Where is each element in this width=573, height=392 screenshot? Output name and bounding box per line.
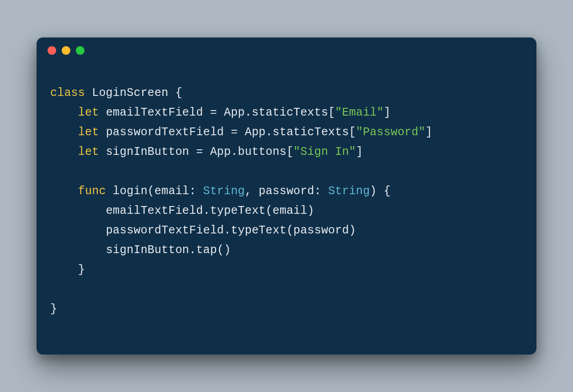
- type-string: String: [328, 185, 370, 198]
- comma: ,: [245, 185, 252, 198]
- close-paren: ): [308, 204, 314, 217]
- equals-sign: =: [231, 126, 238, 139]
- equals-sign: =: [210, 106, 217, 119]
- identifier-App: App: [210, 145, 231, 159]
- param-password: password: [259, 185, 314, 198]
- close-paren: ): [224, 244, 231, 257]
- var-signInButton: signInButton: [106, 244, 189, 257]
- identifier-buttons: buttons: [238, 145, 286, 159]
- method-typeText: typeText: [210, 204, 266, 217]
- close-brace: }: [78, 263, 85, 276]
- close-bracket: ]: [384, 106, 391, 119]
- string-email: "Email": [335, 106, 383, 119]
- var-passwordTextField: passwordTextField: [106, 126, 224, 139]
- dot-operator: .: [245, 106, 252, 119]
- arg-email: email: [273, 204, 308, 217]
- identifier-staticTexts: staticTexts: [252, 106, 328, 119]
- open-brace: {: [175, 86, 182, 100]
- open-paren: (: [148, 185, 154, 198]
- keyword-let: let: [78, 145, 99, 159]
- arg-password: password: [293, 224, 349, 237]
- colon: :: [189, 185, 196, 198]
- equals-sign: =: [196, 145, 203, 159]
- class-name: LoginScreen: [92, 86, 168, 100]
- var-signInButton: signInButton: [106, 145, 189, 159]
- close-paren: ): [349, 224, 356, 237]
- method-typeText: typeText: [231, 224, 286, 237]
- method-tap: tap: [196, 244, 217, 257]
- zoom-icon[interactable]: [76, 46, 85, 55]
- string-password: "Password": [356, 126, 425, 139]
- close-paren: ): [370, 185, 377, 198]
- identifier-App: App: [224, 106, 245, 119]
- keyword-func: func: [78, 185, 106, 198]
- open-bracket: [: [328, 106, 335, 119]
- dot-operator: .: [231, 145, 238, 159]
- open-paren: (: [217, 244, 224, 257]
- keyword-let: let: [78, 126, 99, 139]
- identifier-staticTexts: staticTexts: [273, 126, 349, 139]
- open-brace: {: [384, 185, 391, 198]
- keyword-class: class: [50, 86, 85, 100]
- open-paren: (: [265, 204, 272, 217]
- func-login: login: [113, 185, 148, 198]
- dot-operator: .: [265, 126, 272, 139]
- keyword-let: let: [78, 106, 99, 119]
- minimize-icon[interactable]: [62, 46, 70, 55]
- close-icon[interactable]: [48, 46, 56, 55]
- var-emailTextField: emailTextField: [106, 204, 203, 217]
- close-bracket: ]: [356, 145, 363, 159]
- window-titlebar: [37, 37, 536, 63]
- code-editor[interactable]: class LoginScreen { let emailTextField =…: [37, 63, 536, 355]
- type-string: String: [203, 185, 244, 198]
- open-paren: (: [286, 224, 293, 237]
- dot-operator: .: [224, 224, 231, 237]
- dot-operator: .: [203, 204, 210, 217]
- var-emailTextField: emailTextField: [106, 106, 203, 119]
- dot-operator: .: [189, 244, 196, 257]
- var-passwordTextField: passwordTextField: [106, 224, 224, 237]
- param-email: email: [154, 185, 189, 198]
- identifier-App: App: [245, 126, 266, 139]
- open-bracket: [: [286, 145, 293, 159]
- colon: :: [314, 185, 321, 198]
- code-window: class LoginScreen { let emailTextField =…: [37, 37, 536, 355]
- open-bracket: [: [349, 126, 356, 139]
- close-brace: }: [50, 302, 57, 316]
- close-bracket: ]: [425, 126, 432, 139]
- string-signin: "Sign In": [293, 145, 356, 159]
